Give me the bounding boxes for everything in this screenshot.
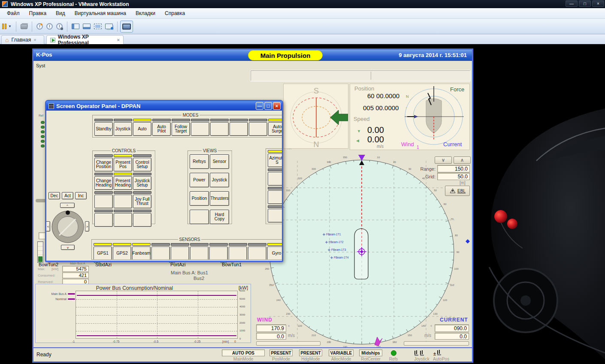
- joystick-button[interactable]: Joystick: [114, 122, 132, 136]
- menu-file[interactable]: Файл: [3, 9, 24, 18]
- revert-snapshot-button[interactable]: [45, 21, 54, 33]
- gps2-button[interactable]: GPS2: [113, 247, 131, 260]
- status-rotcenter[interactable]: Midships: [359, 349, 382, 356]
- power-button[interactable]: ▼: [0, 21, 13, 33]
- grid-input[interactable]: 50.0: [437, 173, 470, 180]
- menu-view[interactable]: Вид: [51, 9, 70, 18]
- dialog-maximize-button[interactable]: □: [264, 102, 272, 110]
- rotary-knob[interactable]: [51, 210, 85, 244]
- wind-direction-input[interactable]: 170.9: [256, 325, 286, 332]
- thrusters-button[interactable]: Thrusters: [210, 191, 229, 206]
- gps1-button[interactable]: GPS1: [94, 247, 112, 260]
- blank-button[interactable]: [230, 122, 248, 136]
- knob-left-button[interactable]: <: [46, 221, 50, 232]
- blank-button[interactable]: [268, 172, 282, 186]
- dec-button[interactable]: Dec: [48, 192, 60, 199]
- blank-button[interactable]: [94, 213, 113, 227]
- console-view-button[interactable]: [120, 21, 133, 33]
- blank-button[interactable]: [133, 213, 151, 227]
- dialog-titlebar[interactable]: Screen Operator Panel - DPPAN — □ ×: [46, 101, 282, 111]
- autopos-icon[interactable]: ±: [433, 349, 442, 357]
- current-speed-input[interactable]: 0.0: [435, 333, 469, 340]
- inc-button[interactable]: Inc: [75, 192, 87, 199]
- joystick-button[interactable]: Joystick: [210, 173, 229, 187]
- position-button[interactable]: Position: [190, 191, 209, 206]
- show-thumbnail-bar-button[interactable]: [81, 21, 92, 33]
- blank-button[interactable]: [210, 122, 229, 136]
- tab-vm-winxp[interactable]: Windows XP Professional ×: [46, 35, 124, 44]
- blank-button[interactable]: [248, 247, 266, 260]
- blank-button[interactable]: [268, 190, 282, 204]
- menu-vm[interactable]: Виртуальная машина: [70, 9, 130, 18]
- auto-surge-button[interactable]: Auto Surge: [268, 122, 282, 136]
- surge-speed-value: 0.00: [367, 125, 384, 135]
- joy-full-thrust-button[interactable]: Joy Full Thrust: [133, 195, 151, 208]
- take-snapshot-button[interactable]: ★: [35, 21, 45, 33]
- current-direction-input[interactable]: 090.0: [435, 325, 469, 332]
- range-increase-button[interactable]: ∧: [454, 156, 471, 164]
- control-setup-button[interactable]: Control Setup: [133, 158, 151, 171]
- dialog-close-button[interactable]: ×: [273, 102, 281, 110]
- auto-button[interactable]: Auto: [133, 122, 151, 136]
- wind-speed-input[interactable]: 0.0: [256, 333, 286, 340]
- menu-help[interactable]: Справка: [160, 9, 189, 18]
- refsys-button[interactable]: Refsys: [190, 154, 209, 169]
- stacked-windows-icon: [105, 24, 113, 29]
- fanbeam-button[interactable]: Fanbeam: [132, 247, 151, 260]
- hard-copy-button[interactable]: Hard Copy: [210, 210, 229, 224]
- status-hdgmode[interactable]: PRESENT: [299, 349, 322, 356]
- status-allocmode[interactable]: VARIABLE: [329, 349, 354, 356]
- knob-up-button[interactable]: ^: [60, 203, 75, 208]
- tab-home[interactable]: ⌂ Главная ×: [1, 35, 44, 44]
- blank-button[interactable]: [191, 122, 209, 136]
- window-close-button[interactable]: ×: [592, 0, 604, 7]
- status-mainmode[interactable]: AUTO POS: [222, 349, 265, 356]
- present-heading-button[interactable]: Present Heading: [114, 176, 132, 190]
- knob-down-button[interactable]: v: [61, 245, 75, 250]
- power-button[interactable]: Power: [190, 173, 209, 187]
- kpos-menu-system[interactable]: Syst: [36, 63, 45, 68]
- show-all-vms-button[interactable]: [103, 21, 115, 33]
- change-position-button[interactable]: Change Position: [94, 158, 113, 171]
- ebl-button[interactable]: EBL: [445, 186, 470, 196]
- blank-button[interactable]: [114, 213, 132, 227]
- snapshot-manager-button[interactable]: [54, 21, 64, 33]
- dialog-minimize-button[interactable]: —: [256, 102, 263, 110]
- act-button[interactable]: Act: [62, 192, 73, 199]
- refs-status-led[interactable]: [391, 350, 396, 356]
- knob-right-button[interactable]: >: [85, 221, 89, 232]
- blank-button[interactable]: [94, 195, 113, 208]
- fullscreen-button[interactable]: [92, 21, 103, 33]
- blank-button[interactable]: [190, 210, 209, 224]
- tab-close-icon[interactable]: ×: [33, 37, 36, 42]
- thruster-name: StbdAzi: [95, 262, 112, 267]
- present-pos-button[interactable]: Present Pos: [114, 158, 132, 171]
- menu-edit[interactable]: Правка: [25, 9, 51, 18]
- range-input[interactable]: 150.0: [437, 165, 470, 172]
- gyro-button[interactable]: Gyro: [267, 247, 282, 260]
- blank-button[interactable]: [151, 247, 170, 260]
- blank-button[interactable]: [190, 247, 209, 260]
- window-minimize-button[interactable]: —: [566, 0, 578, 7]
- menu-tabs[interactable]: Вкладки: [131, 9, 160, 18]
- tab-close-icon[interactable]: ×: [117, 37, 120, 42]
- show-library-button[interactable]: [70, 21, 81, 33]
- blank-button[interactable]: [229, 247, 247, 260]
- blank-button[interactable]: [268, 209, 282, 223]
- joystick-setup-button[interactable]: Joystick Setup: [133, 176, 151, 190]
- range-decrease-button[interactable]: ∨: [435, 156, 452, 164]
- azimuth-s-button[interactable]: Azimuth S: [268, 153, 282, 167]
- standby-button[interactable]: Standby: [94, 122, 113, 136]
- window-restore-button[interactable]: □: [579, 0, 591, 7]
- blank-button[interactable]: [249, 122, 267, 136]
- blank-button[interactable]: [209, 247, 228, 260]
- auto-pilot-button[interactable]: Auto Pilot: [152, 122, 171, 136]
- sensor-button[interactable]: Sensor: [210, 154, 229, 169]
- blank-button[interactable]: [114, 195, 132, 208]
- latitude-value: 60 00.0000: [367, 92, 399, 99]
- change-heading-button[interactable]: Change Heading: [94, 176, 113, 190]
- blank-button[interactable]: [171, 247, 189, 260]
- status-posmode[interactable]: PRESENT: [269, 349, 293, 356]
- follow-target-button[interactable]: Follow Target: [172, 122, 190, 136]
- ctrl-alt-del-button[interactable]: [19, 21, 29, 33]
